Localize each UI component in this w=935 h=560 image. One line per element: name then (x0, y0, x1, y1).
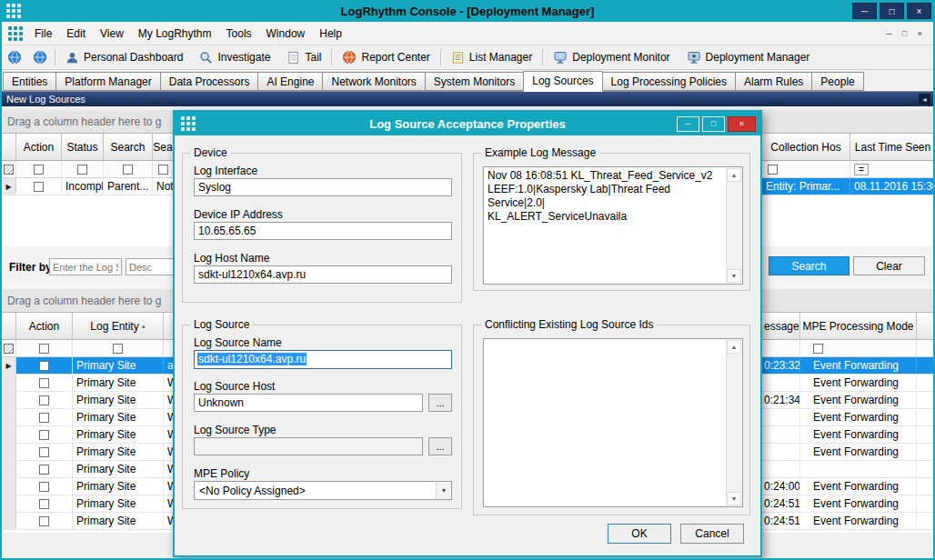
log-interface-input[interactable] (194, 178, 452, 196)
filter-checkbox[interactable] (813, 344, 823, 354)
tab-network-monitors[interactable]: Network Monitors (322, 72, 425, 91)
investigate-button[interactable]: Investigate (191, 45, 278, 69)
minimize-button[interactable]: ─ (852, 3, 877, 19)
dialog-close-button[interactable]: × (728, 116, 756, 132)
row-checkbox[interactable] (39, 465, 49, 475)
table-row[interactable]: 0:24:00 Event Forwarding (762, 478, 935, 495)
column-header-clipped[interactable] (164, 313, 173, 339)
dialog-minimize-button[interactable]: ─ (677, 116, 699, 132)
vertical-scrollbar[interactable]: ▲ ▼ (726, 168, 741, 283)
column-header-action[interactable]: Action (16, 313, 73, 339)
row-checkbox[interactable] (39, 395, 49, 405)
tab-data-processors[interactable]: Data Processors (160, 72, 259, 91)
filter-checkbox[interactable] (34, 165, 44, 175)
mdi-close-button[interactable]: × (912, 22, 928, 45)
table-row[interactable]: Primary Site W (2, 513, 173, 530)
table-row[interactable]: Primary Site W (2, 426, 173, 444)
tab-ai-engine[interactable]: AI Engine (257, 72, 323, 91)
clear-button[interactable]: Clear (853, 256, 925, 275)
log-source-type-browse-button[interactable]: ... (428, 437, 452, 455)
tab-log-sources[interactable]: Log Sources (523, 71, 602, 92)
table-row[interactable]: Primary Site W (2, 375, 173, 392)
row-checkbox[interactable] (39, 361, 49, 371)
filter-checkbox[interactable] (77, 165, 87, 175)
filter-checkbox[interactable] (123, 165, 133, 175)
table-row[interactable]: Primary Site W (2, 461, 173, 478)
section-scroll-button[interactable]: ◄ (919, 94, 930, 105)
description-filter-input[interactable] (126, 258, 178, 275)
group-by-bar[interactable]: Drag a column header here to g (2, 110, 173, 134)
menu-my-logrhythm[interactable]: My LogRhythm (131, 22, 219, 45)
row-checkbox[interactable] (39, 499, 49, 509)
column-header-collection-host[interactable]: Collection Hos (762, 134, 850, 160)
scroll-down-icon[interactable]: ▼ (727, 269, 741, 283)
log-source-host-input[interactable] (194, 394, 423, 412)
filter-checkbox[interactable] (113, 344, 123, 354)
table-row-selected[interactable]: Entity: Primar... 08.11.2016 15:30 (762, 178, 935, 195)
select-all-checkbox[interactable] (4, 165, 14, 175)
column-header-log-entity[interactable]: Log Entity ▴ (73, 313, 164, 339)
table-row[interactable]: 0:24:51 Event Forwarding (762, 495, 935, 513)
row-checkbox[interactable] (39, 516, 49, 526)
ok-button[interactable]: OK (608, 524, 671, 544)
report-center-button[interactable]: Report Center (334, 45, 437, 69)
tab-platform-manager[interactable]: Platform Manager (55, 72, 160, 91)
row-checkbox[interactable] (39, 378, 49, 388)
column-header-clipped[interactable] (917, 313, 935, 339)
menu-view[interactable]: View (93, 22, 131, 45)
globe-button-1[interactable] (2, 45, 27, 69)
column-header-search[interactable]: Search (104, 134, 153, 160)
tail-button[interactable]: Tail (278, 45, 329, 69)
tab-people[interactable]: People (811, 72, 863, 91)
tab-log-processing-policies[interactable]: Log Processing Policies (602, 72, 736, 91)
table-row[interactable]: 0:21:34 Event Forwarding (762, 392, 935, 409)
column-header-action[interactable]: Action (16, 134, 62, 160)
table-row[interactable]: 0:24:51 Event Forwarding (762, 513, 935, 530)
row-checkbox[interactable] (34, 182, 44, 192)
table-row[interactable] (762, 461, 935, 478)
scroll-up-icon[interactable]: ▲ (727, 168, 741, 182)
filter-checkbox[interactable] (39, 344, 49, 354)
row-checkbox[interactable] (39, 447, 49, 457)
table-row[interactable]: Primary Site W (2, 392, 173, 409)
scroll-up-icon[interactable]: ▲ (727, 340, 741, 354)
column-header-sea[interactable]: Sea (153, 134, 173, 160)
deployment-manager-button[interactable]: Deployment Manager (679, 45, 819, 69)
column-header-status[interactable]: Status (62, 134, 104, 160)
row-checkbox[interactable] (39, 413, 49, 423)
group-by-bar[interactable] (762, 289, 935, 313)
conflicting-ids-textarea[interactable]: ▲ ▼ (483, 338, 743, 507)
table-row[interactable]: Event Forwarding (762, 444, 935, 461)
tab-entities[interactable]: Entities (3, 72, 56, 91)
table-row[interactable]: ▶ Incompl... Parent... Not... (2, 178, 173, 195)
tab-system-monitors[interactable]: System Monitors (425, 72, 524, 91)
filter-checkbox[interactable] (768, 165, 778, 175)
table-row[interactable]: Primary Site W (2, 495, 173, 513)
column-header-mpe-processing-mode[interactable]: MPE Processing Mode (800, 313, 917, 339)
table-row-selected[interactable]: 0:23:32 Event Forwarding (762, 357, 935, 375)
column-header-last-time-seen[interactable]: Last Time Seen (850, 134, 935, 160)
mpe-policy-dropdown[interactable]: <No Policy Assigned> ▾ (194, 481, 452, 500)
menu-file[interactable]: File (27, 22, 59, 45)
personal-dashboard-button[interactable]: Personal Dashboard (57, 45, 191, 69)
menu-help[interactable]: Help (312, 22, 349, 45)
search-button[interactable]: Search (769, 256, 850, 275)
scroll-down-icon[interactable]: ▼ (727, 492, 741, 505)
table-row[interactable]: Event Forwarding (762, 375, 935, 392)
filter-checkbox[interactable] (158, 165, 168, 175)
group-by-bar[interactable]: Drag a column header here to g (2, 289, 173, 313)
log-source-filter-input[interactable] (49, 258, 122, 275)
menu-tools[interactable]: Tools (219, 22, 259, 45)
vertical-scrollbar[interactable]: ▲ ▼ (726, 340, 741, 505)
log-host-name-input[interactable] (194, 265, 452, 284)
group-by-bar[interactable] (762, 110, 935, 134)
maximize-button[interactable]: □ (880, 3, 904, 19)
table-row[interactable]: Event Forwarding (762, 426, 935, 444)
mdi-minimize-button[interactable]: ─ (881, 22, 897, 45)
column-header-message-clipped[interactable]: essage (762, 313, 800, 339)
close-button[interactable]: × (907, 3, 931, 19)
log-source-type-input[interactable] (194, 437, 423, 455)
list-manager-button[interactable]: List Manager (443, 45, 540, 69)
cancel-button[interactable]: Cancel (680, 524, 744, 544)
table-row[interactable]: Primary Site W (2, 444, 173, 461)
